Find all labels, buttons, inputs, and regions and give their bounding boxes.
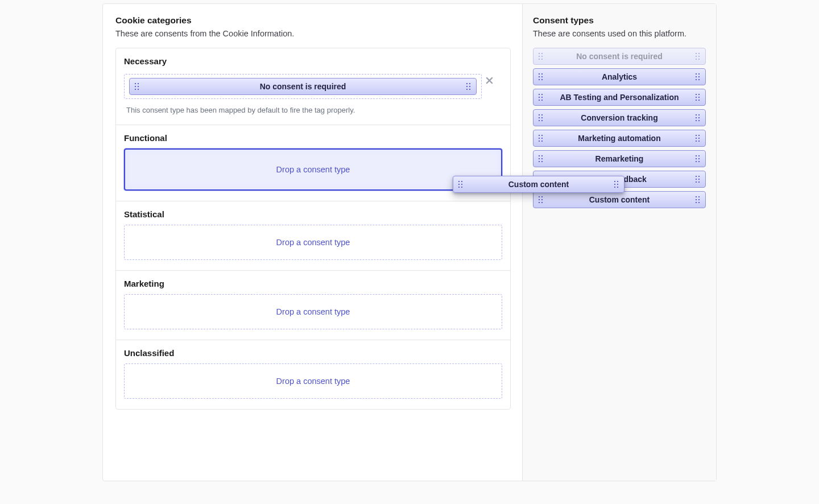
drag-handle-icon[interactable] [453, 176, 468, 192]
cookie-category-list: Necessary No consent is required [115, 48, 511, 410]
drag-handle-icon[interactable] [690, 69, 705, 85]
consent-chip-label: Marketing automation [548, 134, 690, 143]
drag-handle-icon[interactable] [690, 192, 705, 208]
assigned-consent-slot[interactable]: No consent is required [124, 74, 482, 99]
drop-zone-label: Drop a consent type [276, 238, 350, 247]
consent-type-chip[interactable]: Conversion tracking [533, 109, 706, 126]
consent-chip-label: No consent is required [548, 52, 690, 61]
drag-handle-icon[interactable] [461, 79, 476, 94]
consent-drop-zone[interactable]: Drop a consent type [124, 363, 502, 399]
cookie-category-unclassified: Unclassified Drop a consent type [116, 340, 510, 409]
drop-zone-label: Drop a consent type [276, 165, 350, 174]
drag-handle-icon[interactable] [533, 151, 548, 167]
drop-zone-label: Drop a consent type [276, 307, 350, 316]
category-title: Necessary [124, 56, 502, 66]
category-note: This consent type has been mapped by def… [124, 106, 502, 114]
drag-handle-icon[interactable] [690, 171, 705, 187]
consent-type-chip[interactable]: Analytics [533, 68, 706, 85]
drag-handle-icon[interactable] [690, 130, 705, 146]
cookie-category-functional: Functional Drop a consent type [116, 125, 510, 201]
consent-type-chip[interactable]: Marketing automation [533, 130, 706, 147]
consent-type-chip[interactable]: Custom content [533, 191, 706, 208]
consent-type-chip[interactable]: No consent is required [533, 48, 706, 65]
category-title: Marketing [124, 279, 502, 288]
consent-types-heading: Consent types [533, 15, 706, 26]
remove-assignment-button[interactable] [483, 74, 495, 86]
consent-type-chip[interactable]: AB Testing and Personalization [533, 89, 706, 106]
consent-drop-zone[interactable]: Drop a consent type [124, 294, 502, 329]
cookie-categories-sub: These are consents from the Cookie Infor… [115, 28, 511, 40]
drag-handle-icon[interactable] [690, 110, 705, 126]
category-title: Unclassified [124, 348, 502, 358]
consent-drop-zone[interactable]: Drop a consent type [124, 225, 502, 260]
cookie-category-marketing: Marketing Drop a consent type [116, 271, 510, 340]
consent-chip-label: AB Testing and Personalization [548, 93, 690, 102]
category-title: Statistical [124, 209, 502, 219]
drag-handle-icon[interactable] [690, 151, 705, 167]
drag-handle-icon[interactable] [690, 48, 705, 64]
drag-handle-icon[interactable] [533, 48, 548, 64]
drag-handle-icon[interactable] [533, 89, 548, 105]
consent-types-column: Consent types These are consents used on… [523, 4, 716, 481]
category-title: Functional [124, 133, 502, 143]
consent-type-chip[interactable]: Remarketing [533, 150, 706, 167]
drag-handle-icon[interactable] [533, 192, 548, 208]
consent-chip-no-consent[interactable]: No consent is required [129, 78, 477, 95]
cookie-categories-heading: Cookie categories [115, 15, 511, 26]
consent-chip-label: Custom content [468, 180, 609, 189]
consent-drop-zone-active[interactable]: Drop a consent type [124, 148, 502, 191]
drag-handle-icon[interactable] [130, 79, 144, 94]
drop-zone-label: Drop a consent type [276, 377, 350, 386]
consent-mapping-panel: Cookie categories These are consents fro… [102, 3, 717, 481]
cookie-category-necessary: Necessary No consent is required [116, 48, 510, 125]
drag-handle-icon[interactable] [533, 69, 548, 85]
consent-chip-label: No consent is required [144, 82, 461, 91]
drag-handle-icon[interactable] [533, 110, 548, 126]
cookie-categories-column: Cookie categories These are consents fro… [103, 4, 523, 481]
consent-types-sub: These are consents used on this platform… [533, 28, 706, 40]
consent-chip-label: Remarketing [548, 154, 690, 163]
consent-chip-dragging[interactable]: Custom content [453, 176, 624, 193]
drag-handle-icon[interactable] [690, 89, 705, 105]
cookie-category-statistical: Statistical Drop a consent type [116, 201, 510, 271]
consent-chip-label: Custom content [548, 195, 690, 204]
consent-chip-label: Analytics [548, 72, 690, 81]
drag-handle-icon[interactable] [609, 176, 624, 192]
consent-chip-label: Conversion tracking [548, 113, 690, 122]
drag-handle-icon[interactable] [533, 130, 548, 146]
